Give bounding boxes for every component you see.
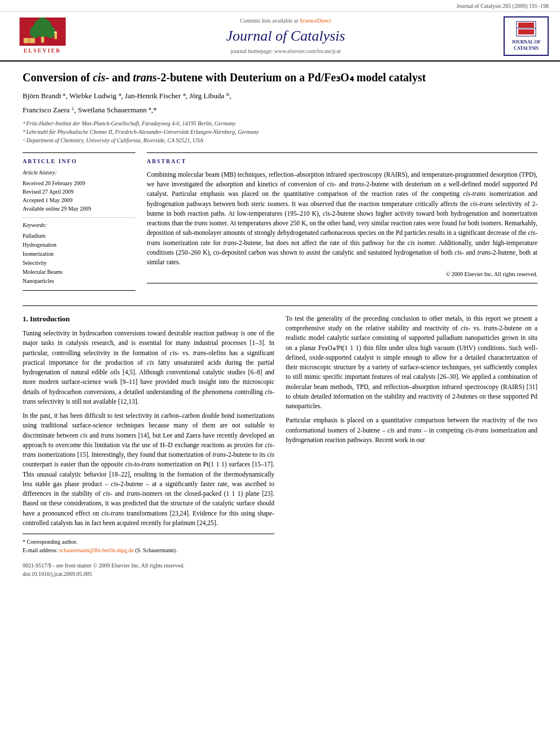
- keyword-selectivity: Selectivity: [23, 259, 135, 268]
- journal-header: ELSEVIER Contents lists available at Sci…: [0, 12, 560, 62]
- doi-section: 0021-9517/$ - see front matter © 2009 El…: [23, 561, 274, 578]
- keyword-isomerization: Isomerization: [23, 250, 135, 259]
- authors-line2: Francisco Zaera ᶜ, Swetlana Schauermann …: [23, 104, 537, 116]
- intro-para4: Particular emphasis is placed on a quant…: [286, 416, 537, 445]
- intro-para1: Tuning selectivity in hydrocarbon conver…: [23, 329, 274, 407]
- intro-para2: In the past, it has been difficult to te…: [23, 411, 274, 528]
- svg-rect-8: [54, 33, 57, 39]
- abstract-column: ABSTRACT Combining molecular beam (MB) t…: [147, 152, 537, 296]
- affiliations: ᵃ Fritz-Haber-Institut der Max-Planck-Ge…: [23, 119, 537, 145]
- article-info-column: ARTICLE INFO Article history: Received 2…: [23, 152, 135, 296]
- intro-heading: 1. Introduction: [23, 314, 274, 324]
- journal-logo-text: JOURNAL OFCATALYSIS: [508, 40, 544, 51]
- keyword-nanoparticles: Nanoparticles: [23, 277, 135, 286]
- sciencedirect-line: Contents lists available at ScienceDirec…: [73, 17, 498, 25]
- footnote-email: E-mail address: schauermann@fhi-berlin.m…: [23, 546, 274, 554]
- body-columns: 1. Introduction Tuning selectivity in hy…: [23, 314, 537, 578]
- body-col-left: 1. Introduction Tuning selectivity in hy…: [23, 314, 274, 578]
- journal-homepage: journal homepage: www.elsevier.com/locat…: [73, 47, 498, 55]
- intro-para3: To test the generality of the preceding …: [286, 314, 537, 412]
- elsevier-logo-section: ELSEVIER: [11, 18, 73, 55]
- article-info-heading: ARTICLE INFO: [23, 158, 135, 165]
- svg-point-9: [54, 32, 56, 34]
- svg-rect-14: [518, 29, 534, 34]
- keyword-molecular-beams: Molecular Beams: [23, 268, 135, 277]
- abstract-box: ABSTRACT Combining molecular beam (MB) t…: [147, 152, 537, 284]
- journal-logo-icon: [516, 21, 536, 37]
- article-title: Conversion of cis- and trans-2-butene wi…: [23, 70, 537, 85]
- footnote-email-address[interactable]: schauermann@fhi-berlin.mpg.de: [59, 547, 134, 553]
- paper-content: Conversion of cis- and trans-2-butene wi…: [0, 62, 560, 589]
- svg-rect-13: [518, 23, 534, 28]
- revised-date: Revised 27 April 2009: [23, 187, 135, 196]
- journal-name: Journal of Catalysis: [73, 26, 498, 46]
- info-abstract-columns: ARTICLE INFO Article history: Received 2…: [23, 152, 537, 296]
- footnote-section: * Corresponding author. E-mail address: …: [23, 534, 274, 554]
- footnote-star: * Corresponding author.: [23, 538, 274, 546]
- citation-bar: Journal of Catalysis 265 (2009) 191–198: [0, 0, 560, 12]
- journal-title-section: Contents lists available at ScienceDirec…: [73, 17, 498, 55]
- article-info-box: ARTICLE INFO Article history: Received 2…: [23, 152, 135, 291]
- available-date: Available online 29 May 2009: [23, 204, 135, 213]
- abstract-text: Combining molecular beam (MB) techniques…: [147, 170, 537, 268]
- elsevier-wordmark: ELSEVIER: [24, 47, 62, 55]
- accepted-date: Accepted 1 May 2009: [23, 196, 135, 204]
- svg-point-7: [38, 18, 47, 28]
- keywords-label: Keywords:: [23, 221, 135, 229]
- section-divider: [23, 305, 537, 306]
- keyword-palladium: Palladium: [23, 231, 135, 241]
- keywords-section: Keywords: Palladium Hydrogenation Isomer…: [23, 217, 135, 286]
- body-col-right: To test the generality of the preceding …: [286, 314, 537, 578]
- journal-logo-box: JOURNAL OFCATALYSIS: [504, 16, 549, 56]
- elsevier-tree-icon: [19, 18, 67, 46]
- received-date: Received 20 February 2009: [23, 179, 135, 187]
- sciencedirect-link[interactable]: ScienceDirect: [299, 18, 331, 24]
- keyword-hydrogenation: Hydrogenation: [23, 241, 135, 250]
- journal-logo-section: JOURNAL OFCATALYSIS: [498, 16, 549, 56]
- abstract-heading: ABSTRACT: [147, 158, 537, 165]
- copyright: © 2009 Elsevier Inc. All rights reserved…: [147, 270, 537, 278]
- authors-line1: Björn Brandt ᵃ, Wiebke Ludwig ᵃ, Jan-Hen…: [23, 90, 537, 102]
- history-label: Article history:: [23, 169, 135, 177]
- journal-citation: Journal of Catalysis 265 (2009) 191–198: [456, 3, 549, 9]
